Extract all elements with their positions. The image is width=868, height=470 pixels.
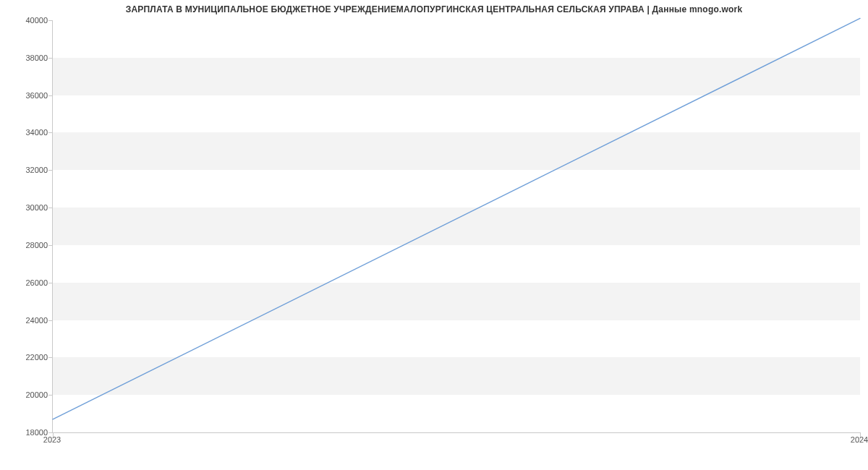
y-axis-label: 32000 (7, 166, 48, 174)
x-axis-label: 2024 (851, 435, 868, 444)
salary-line-chart: ЗАРПЛАТА В МУНИЦИПАЛЬНОЕ БЮДЖЕТНОЕ УЧРЕЖ… (0, 0, 868, 470)
chart-title: ЗАРПЛАТА В МУНИЦИПАЛЬНОЕ БЮДЖЕТНОЕ УЧРЕЖ… (0, 4, 868, 14)
y-axis-label: 30000 (7, 203, 48, 212)
y-tick (48, 357, 53, 358)
y-tick (48, 208, 53, 208)
y-axis-label: 18000 (7, 428, 48, 437)
y-tick (48, 58, 53, 59)
y-tick (48, 95, 53, 96)
y-axis-label: 22000 (7, 353, 48, 362)
plot-area (52, 20, 860, 433)
y-tick (48, 245, 53, 246)
y-axis-label: 24000 (7, 316, 48, 325)
y-tick (48, 20, 53, 21)
y-tick (48, 395, 53, 396)
x-axis-label: 2023 (43, 435, 61, 444)
y-axis-label: 36000 (7, 91, 48, 100)
y-axis-label: 34000 (7, 128, 48, 137)
y-tick (48, 283, 53, 283)
y-tick (48, 320, 53, 321)
y-tick (48, 170, 53, 171)
data-line (53, 20, 860, 432)
y-axis-label: 28000 (7, 241, 48, 249)
y-axis-label: 40000 (7, 16, 48, 25)
y-tick (48, 132, 53, 133)
y-axis-label: 20000 (7, 390, 48, 399)
y-axis-label: 38000 (7, 54, 48, 62)
y-axis-label: 26000 (7, 278, 48, 287)
